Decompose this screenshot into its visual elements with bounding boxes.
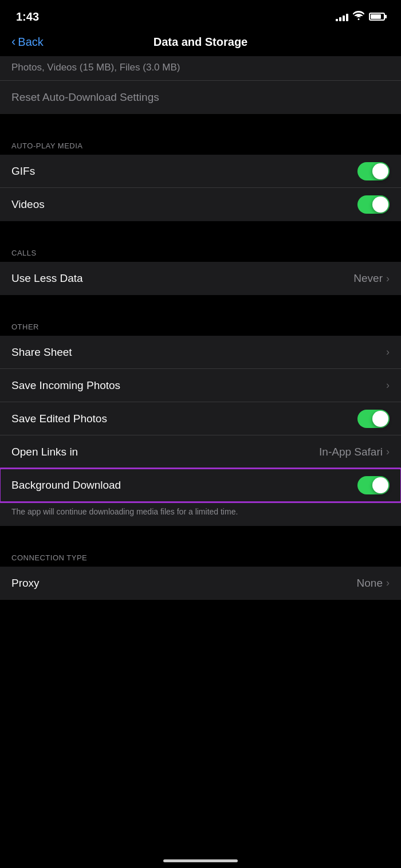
status-bar: 1:43 bbox=[0, 0, 401, 30]
videos-toggle-knob bbox=[372, 197, 388, 213]
use-less-data-row[interactable]: Use Less Data Never › bbox=[0, 262, 401, 295]
background-download-toggle[interactable] bbox=[357, 476, 390, 494]
page-title: Data and Storage bbox=[154, 36, 247, 49]
connection-section: CONNECTION TYPE Proxy None › bbox=[0, 545, 401, 600]
gifs-toggle[interactable] bbox=[357, 162, 390, 180]
chevron-right-icon: › bbox=[386, 577, 390, 589]
nav-bar: ‹ Back Data and Storage bbox=[0, 30, 401, 56]
bottom-gap bbox=[0, 600, 401, 619]
open-links-value-text: In-App Safari bbox=[319, 446, 383, 458]
section-gap-4 bbox=[0, 526, 401, 545]
chevron-right-icon: › bbox=[386, 379, 390, 391]
battery-icon bbox=[369, 13, 385, 21]
videos-label: Videos bbox=[11, 198, 45, 211]
use-less-data-value-text: Never bbox=[353, 272, 383, 285]
wifi-icon bbox=[353, 11, 364, 22]
back-chevron-icon: ‹ bbox=[11, 34, 15, 49]
open-links-row[interactable]: Open Links in In-App Safari › bbox=[0, 435, 401, 469]
chevron-right-icon: › bbox=[386, 446, 390, 458]
gifs-label: GIFs bbox=[11, 165, 35, 178]
calls-section: CALLS Use Less Data Never › bbox=[0, 241, 401, 295]
videos-toggle[interactable] bbox=[357, 195, 390, 214]
open-links-value: In-App Safari › bbox=[319, 446, 390, 458]
other-section: OTHER Share Sheet › Save Incoming Photos… bbox=[0, 315, 401, 526]
save-edited-toggle[interactable] bbox=[357, 410, 390, 428]
proxy-label: Proxy bbox=[11, 577, 40, 590]
share-sheet-row[interactable]: Share Sheet › bbox=[0, 336, 401, 369]
background-download-label: Background Download bbox=[11, 479, 121, 492]
section-gap-3 bbox=[0, 295, 401, 315]
calls-header: CALLS bbox=[0, 241, 401, 262]
list-item: Videos bbox=[0, 188, 401, 221]
connection-header: CONNECTION TYPE bbox=[0, 545, 401, 567]
section-gap-1 bbox=[0, 114, 401, 133]
partial-row-text: Photos, Videos (15 MB), Files (3.0 MB) bbox=[11, 62, 180, 73]
gifs-toggle-knob bbox=[372, 163, 388, 179]
signal-icon bbox=[336, 12, 348, 21]
save-edited-toggle-knob bbox=[372, 411, 388, 427]
back-button[interactable]: ‹ Back bbox=[11, 34, 44, 49]
save-incoming-photos-label: Save Incoming Photos bbox=[11, 379, 120, 392]
status-time: 1:43 bbox=[16, 10, 39, 23]
background-download-row: Background Download bbox=[0, 469, 401, 502]
chevron-right-icon: › bbox=[386, 346, 390, 358]
reset-row[interactable]: Reset Auto-Download Settings bbox=[0, 81, 401, 114]
share-sheet-value: › bbox=[386, 346, 390, 358]
chevron-right-icon: › bbox=[386, 273, 390, 285]
proxy-row[interactable]: Proxy None › bbox=[0, 567, 401, 600]
list-item: GIFs bbox=[0, 155, 401, 188]
use-less-data-value: Never › bbox=[353, 272, 390, 285]
description-text: The app will continue downloading media … bbox=[11, 507, 238, 516]
save-edited-photos-row: Save Edited Photos bbox=[0, 402, 401, 435]
auto-play-section: AUTO-PLAY MEDIA GIFs Videos bbox=[0, 133, 401, 221]
section-gap-2 bbox=[0, 221, 401, 241]
auto-play-header: AUTO-PLAY MEDIA bbox=[0, 133, 401, 155]
partial-row: Photos, Videos (15 MB), Files (3.0 MB) bbox=[0, 56, 401, 81]
use-less-data-label: Use Less Data bbox=[11, 272, 83, 285]
home-indicator bbox=[163, 859, 238, 862]
top-section: Photos, Videos (15 MB), Files (3.0 MB) R… bbox=[0, 56, 401, 114]
proxy-value-text: None bbox=[357, 577, 383, 590]
other-header: OTHER bbox=[0, 315, 401, 336]
save-incoming-photos-value: › bbox=[386, 379, 390, 391]
share-sheet-label: Share Sheet bbox=[11, 346, 72, 359]
reset-label: Reset Auto-Download Settings bbox=[11, 91, 159, 104]
proxy-value: None › bbox=[357, 577, 390, 590]
background-download-toggle-knob bbox=[372, 477, 388, 493]
status-icons bbox=[336, 11, 385, 22]
save-edited-photos-label: Save Edited Photos bbox=[11, 413, 107, 425]
open-links-label: Open Links in bbox=[11, 446, 78, 458]
save-incoming-photos-row[interactable]: Save Incoming Photos › bbox=[0, 369, 401, 402]
back-label: Back bbox=[18, 36, 43, 49]
background-download-description: The app will continue downloading media … bbox=[0, 502, 401, 526]
